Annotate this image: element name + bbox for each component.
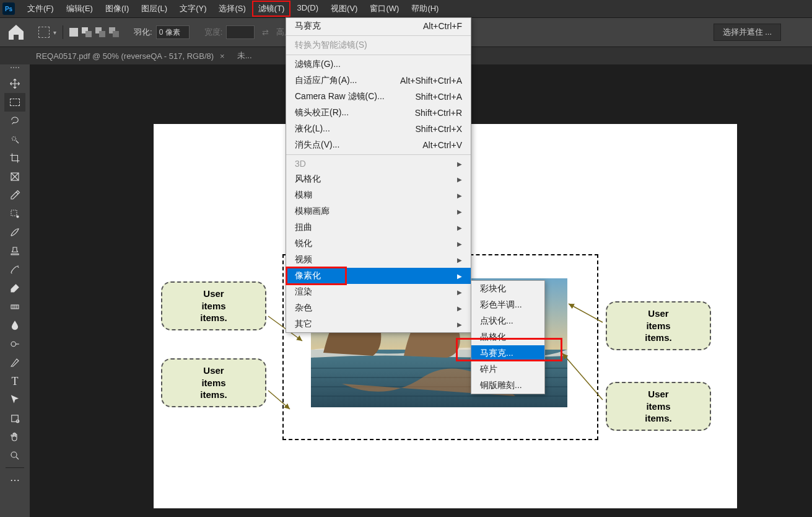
home-button[interactable] xyxy=(6,22,26,42)
hand-tool[interactable] xyxy=(4,428,25,446)
dodge-tool[interactable] xyxy=(4,335,25,353)
menuitem-渲染[interactable]: 渲染▶ xyxy=(286,284,471,300)
more-tools[interactable]: ⋯ xyxy=(4,471,25,489)
submenu-晶格化[interactable]: 晶格化... xyxy=(471,329,544,345)
menuitem-像素化[interactable]: 像素化▶ xyxy=(286,268,471,284)
menuitem-锐化[interactable]: 锐化▶ xyxy=(286,236,471,252)
pixelate-submenu: 彩块化彩色半调...点状化...晶格化...马赛克...碎片铜版雕刻... xyxy=(471,280,545,394)
menu-3d[interactable]: 3D(D) xyxy=(290,1,325,17)
menuitem-模糊[interactable]: 模糊▶ xyxy=(286,187,471,203)
callout-3: Useritemsitems. xyxy=(606,301,711,350)
frame-tool[interactable] xyxy=(4,167,25,186)
select-and-mask-button[interactable]: 选择并遮住 ... xyxy=(714,24,781,41)
tab-2[interactable]: 未... xyxy=(231,48,258,64)
menuitem-马赛克[interactable]: 马赛克Alt+Ctrl+F xyxy=(286,18,471,34)
width-input xyxy=(226,25,255,39)
menuitem-其它[interactable]: 其它▶ xyxy=(286,316,471,332)
svg-point-5 xyxy=(11,342,16,347)
menuitem-转换为智能滤镜S: 转换为智能滤镜(S) xyxy=(286,37,471,53)
filter-menu: 马赛克Alt+Ctrl+F转换为智能滤镜(S)滤镜库(G)...自适应广角(A)… xyxy=(286,17,471,333)
marquee-icon[interactable] xyxy=(38,27,50,38)
feather-input[interactable] xyxy=(156,25,190,39)
eraser-tool[interactable] xyxy=(4,279,25,298)
ps-logo: Ps xyxy=(2,2,15,15)
toolbox: T ⋯ xyxy=(0,64,30,517)
intersect-selection-icon[interactable] xyxy=(109,27,119,37)
add-selection-icon[interactable] xyxy=(82,27,92,37)
path-select-tool[interactable] xyxy=(4,391,25,409)
marquee-tool[interactable] xyxy=(4,93,25,112)
close-icon[interactable]: × xyxy=(220,51,225,61)
eyedropper-tool[interactable] xyxy=(4,186,25,205)
menu-选择[interactable]: 选择(S) xyxy=(212,1,251,17)
menuitem-消失点V[interactable]: 消失点(V)...Alt+Ctrl+V xyxy=(286,137,471,153)
subtract-selection-icon[interactable] xyxy=(95,27,105,37)
menuitem-杂色[interactable]: 杂色▶ xyxy=(286,300,471,316)
svg-rect-6 xyxy=(12,415,19,422)
submenu-彩色半调[interactable]: 彩色半调... xyxy=(471,297,544,313)
menubar: Ps 文件(F)编辑(E)图像(I)图层(L)文字(Y)选择(S)滤镜(T)3D… xyxy=(0,0,812,17)
menu-帮助[interactable]: 帮助(H) xyxy=(405,1,445,17)
move-tool[interactable] xyxy=(4,74,25,93)
submenu-碎片[interactable]: 碎片 xyxy=(471,361,544,378)
gradient-tool[interactable] xyxy=(4,298,25,316)
menuitem-视频[interactable]: 视频▶ xyxy=(286,252,471,268)
menu-窗口[interactable]: 窗口(W) xyxy=(364,1,405,17)
brush-tool[interactable] xyxy=(4,223,25,242)
type-tool[interactable]: T xyxy=(4,372,25,391)
swap-icon: ⇄ xyxy=(262,28,269,37)
healing-tool[interactable] xyxy=(4,205,25,223)
pen-tool[interactable] xyxy=(4,353,25,372)
quick-select-tool[interactable] xyxy=(4,130,25,149)
menuitem-滤镜库G[interactable]: 滤镜库(G)... xyxy=(286,56,471,73)
menu-视图[interactable]: 视图(V) xyxy=(325,1,364,17)
shape-tool[interactable] xyxy=(4,409,25,428)
width-label: 宽度: xyxy=(204,27,223,38)
submenu-铜版雕刻[interactable]: 铜版雕刻... xyxy=(471,378,544,394)
menu-编辑[interactable]: 编辑(E) xyxy=(60,1,99,17)
menu-文件[interactable]: 文件(F) xyxy=(21,1,60,17)
callout-1: Useritemsitems. xyxy=(161,281,266,330)
menu-图层[interactable]: 图层(L) xyxy=(135,1,173,17)
svg-point-7 xyxy=(16,420,19,423)
svg-rect-2 xyxy=(11,210,17,216)
blur-tool[interactable] xyxy=(4,316,25,335)
menuitem-风格化[interactable]: 风格化▶ xyxy=(286,171,471,187)
submenu-马赛克[interactable]: 马赛克... xyxy=(471,345,544,361)
svg-point-3 xyxy=(17,216,19,218)
menuitem-模糊画廊[interactable]: 模糊画廊▶ xyxy=(286,203,471,219)
history-brush-tool[interactable] xyxy=(4,260,25,279)
callout-2: Useritemsitems. xyxy=(161,358,266,407)
submenu-点状化[interactable]: 点状化... xyxy=(471,313,544,329)
submenu-彩块化[interactable]: 彩块化 xyxy=(471,281,544,297)
menuitem-CameraRaw滤镜C[interactable]: Camera Raw 滤镜(C)...Shift+Ctrl+A xyxy=(286,89,471,105)
stamp-tool[interactable] xyxy=(4,242,25,260)
callout-4: Useritemsitems. xyxy=(606,382,711,431)
menuitem-3D: 3D▶ xyxy=(286,156,471,171)
marquee-mode-group: ▾ xyxy=(38,25,119,39)
menu-文字[interactable]: 文字(Y) xyxy=(173,1,212,17)
menu-滤镜[interactable]: 滤镜(T) xyxy=(252,1,291,17)
menuitem-液化L[interactable]: 液化(L)...Shift+Ctrl+X xyxy=(286,121,471,137)
tab-1[interactable]: REQA0517.pdf @ 50% (reverseQA - 517, RGB… xyxy=(30,49,231,63)
menuitem-自适应广角A[interactable]: 自适应广角(A)...Alt+Shift+Ctrl+A xyxy=(286,73,471,89)
feather-label: 羽化: xyxy=(134,27,152,38)
crop-tool[interactable] xyxy=(4,149,25,167)
menuitem-镜头校正R[interactable]: 镜头校正(R)...Shift+Ctrl+R xyxy=(286,105,471,121)
lasso-tool[interactable] xyxy=(4,112,25,130)
svg-point-0 xyxy=(12,137,16,141)
zoom-tool[interactable] xyxy=(4,446,25,465)
new-selection-icon[interactable] xyxy=(69,28,78,37)
menuitem-扭曲[interactable]: 扭曲▶ xyxy=(286,219,471,236)
menu-图像[interactable]: 图像(I) xyxy=(99,1,135,17)
svg-point-8 xyxy=(11,452,17,457)
